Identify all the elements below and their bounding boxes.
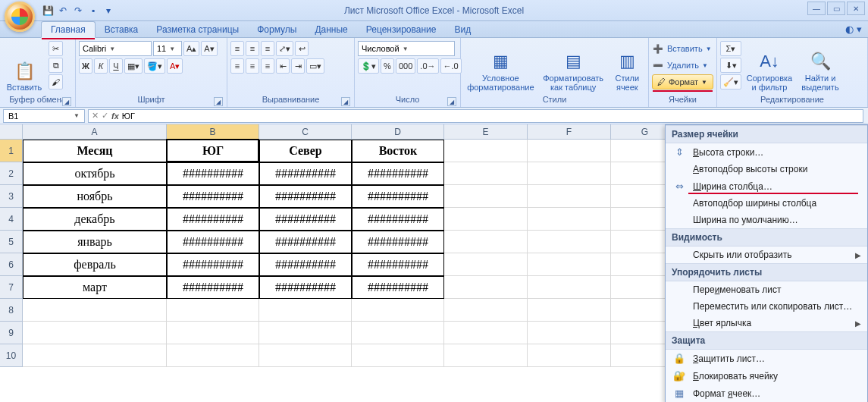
alignment-launcher-icon[interactable]: ◢ xyxy=(341,97,350,106)
tab-formulas[interactable]: Формулы xyxy=(248,22,306,37)
clear-icon[interactable]: 🧹▾ xyxy=(720,74,741,90)
cell-D5[interactable]: ########## xyxy=(352,231,444,253)
cell-B2[interactable]: ########## xyxy=(167,162,259,185)
menu-autofit-row-height[interactable]: Автоподбор высоты строки xyxy=(666,161,867,177)
cell-F1[interactable] xyxy=(528,140,611,162)
paste-button[interactable]: 📋 Вставить xyxy=(3,41,45,94)
align-middle-icon[interactable]: ≡ xyxy=(246,41,259,56)
cell-E5[interactable] xyxy=(444,231,528,253)
orientation-icon[interactable]: ⤢▾ xyxy=(276,41,293,56)
cell-A8[interactable] xyxy=(23,299,167,322)
increase-indent-icon[interactable]: ⇥ xyxy=(291,58,305,74)
cell-A10[interactable] xyxy=(23,344,167,367)
menu-protect-sheet[interactable]: 🔒Защитить лист… xyxy=(666,350,867,367)
select-all-button[interactable] xyxy=(0,124,23,140)
cell-C5[interactable]: ########## xyxy=(259,231,352,253)
cell-E4[interactable] xyxy=(444,208,528,231)
align-right-icon[interactable]: ≡ xyxy=(261,58,274,74)
column-header-D[interactable]: D xyxy=(352,124,444,140)
cell-A4[interactable]: декабрь xyxy=(23,208,167,231)
column-header-A[interactable]: A xyxy=(23,124,167,140)
cell-A7[interactable]: март xyxy=(23,276,167,299)
comma-format-icon[interactable]: 000 xyxy=(396,58,415,74)
enter-formula-icon[interactable]: ✓ xyxy=(102,111,108,121)
find-select-button[interactable]: 🔍Найти и выделить xyxy=(797,41,843,94)
row-header-5[interactable]: 5 xyxy=(0,231,23,253)
cell-E9[interactable] xyxy=(444,322,528,344)
cell-C1[interactable]: Север xyxy=(259,140,352,162)
cell-C9[interactable] xyxy=(259,322,352,344)
cell-B1[interactable]: ЮГ xyxy=(167,140,259,162)
cell-B6[interactable]: ########## xyxy=(167,253,259,276)
tab-insert[interactable]: Вставка xyxy=(96,22,148,37)
grow-font-icon[interactable]: A▴ xyxy=(183,41,199,56)
clipboard-launcher-icon[interactable]: ◢ xyxy=(62,97,71,106)
decrease-indent-icon[interactable]: ⇤ xyxy=(276,58,290,74)
wrap-text-icon[interactable]: ↩ xyxy=(295,41,309,56)
number-launcher-icon[interactable]: ◢ xyxy=(447,97,456,106)
cell-D3[interactable]: ########## xyxy=(352,185,444,208)
font-color-button[interactable]: A▾ xyxy=(167,58,183,74)
menu-row-height[interactable]: ⇕Высота строки… xyxy=(666,143,867,161)
menu-lock-cell[interactable]: 🔐Блокировать ячейку xyxy=(666,367,867,385)
cell-A9[interactable] xyxy=(23,322,167,344)
minimize-button[interactable]: — xyxy=(807,2,826,15)
tab-page-layout[interactable]: Разметка страницы xyxy=(147,22,248,37)
bold-button[interactable]: Ж xyxy=(79,58,92,74)
cell-C8[interactable] xyxy=(259,299,352,322)
align-bottom-icon[interactable]: ≡ xyxy=(261,41,274,56)
accounting-format-icon[interactable]: 💲▾ xyxy=(358,58,379,74)
cell-F2[interactable] xyxy=(528,162,611,185)
cell-A5[interactable]: январь xyxy=(23,231,167,253)
cell-C3[interactable]: ########## xyxy=(259,185,352,208)
font-size-combo[interactable]: 11▼ xyxy=(153,41,182,56)
column-header-C[interactable]: C xyxy=(259,124,352,140)
office-button[interactable] xyxy=(5,2,35,32)
menu-move-copy-sheet[interactable]: Переместить или скопировать лист… xyxy=(666,298,867,315)
cell-B8[interactable] xyxy=(167,299,259,322)
cell-D2[interactable]: ########## xyxy=(352,162,444,185)
row-header-8[interactable]: 8 xyxy=(0,299,23,322)
cell-C7[interactable]: ########## xyxy=(259,276,352,299)
menu-default-width[interactable]: Ширина по умолчанию… xyxy=(666,212,867,228)
row-header-2[interactable]: 2 xyxy=(0,162,23,185)
close-button[interactable]: ✕ xyxy=(847,2,865,15)
column-header-B[interactable]: B xyxy=(167,124,259,140)
delete-cells-button[interactable]: ➖Удалить▼ xyxy=(652,58,713,73)
autosum-icon[interactable]: Σ▾ xyxy=(720,41,741,56)
name-box[interactable]: B1▼ xyxy=(3,109,85,123)
row-header-7[interactable]: 7 xyxy=(0,276,23,299)
cell-F9[interactable] xyxy=(528,322,611,344)
cell-F8[interactable] xyxy=(528,299,611,322)
row-header-10[interactable]: 10 xyxy=(0,344,23,367)
cell-F6[interactable] xyxy=(528,253,611,276)
align-center-icon[interactable]: ≡ xyxy=(246,58,259,74)
tab-data[interactable]: Данные xyxy=(306,22,356,37)
cell-D7[interactable]: ########## xyxy=(352,276,444,299)
menu-rename-sheet[interactable]: Переименовать лист xyxy=(666,281,867,298)
column-header-F[interactable]: F xyxy=(528,124,611,140)
row-header-6[interactable]: 6 xyxy=(0,253,23,276)
menu-hide-unhide[interactable]: Скрыть или отобразить▶ xyxy=(666,247,867,263)
italic-button[interactable]: К xyxy=(94,58,108,74)
cell-D1[interactable]: Восток xyxy=(352,140,444,162)
border-button[interactable]: ▦▾ xyxy=(124,58,143,74)
number-format-combo[interactable]: Числовой▼ xyxy=(358,41,455,56)
cell-A3[interactable]: ноябрь xyxy=(23,185,167,208)
cell-E8[interactable] xyxy=(444,299,528,322)
menu-tab-color[interactable]: Цвет ярлычка▶ xyxy=(666,315,867,331)
align-left-icon[interactable]: ≡ xyxy=(230,58,244,74)
cell-styles-button[interactable]: ▥Стили ячеек xyxy=(609,41,645,94)
sort-filter-button[interactable]: A↓Сортировка и фильтр xyxy=(744,41,794,94)
cancel-formula-icon[interactable]: ✕ xyxy=(92,111,99,121)
cell-C4[interactable]: ########## xyxy=(259,208,352,231)
cell-D10[interactable] xyxy=(352,344,444,367)
row-header-1[interactable]: 1 xyxy=(0,140,23,162)
cell-B5[interactable]: ########## xyxy=(167,231,259,253)
redo-icon[interactable]: ↷ xyxy=(71,4,85,17)
help-icon[interactable]: ◐ ▾ xyxy=(845,24,862,35)
align-top-icon[interactable]: ≡ xyxy=(230,41,244,56)
cut-icon[interactable]: ✂ xyxy=(49,41,63,56)
cell-B9[interactable] xyxy=(167,322,259,344)
cell-A6[interactable]: февраль xyxy=(23,253,167,276)
